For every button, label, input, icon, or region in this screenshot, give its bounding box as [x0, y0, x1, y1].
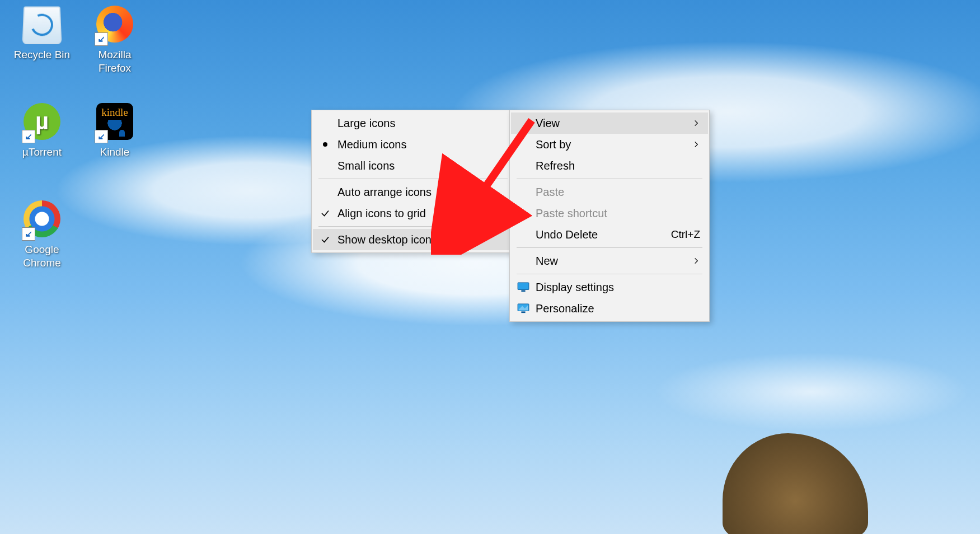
desktop-icon-chrome[interactable]: Google Chrome [11, 200, 73, 270]
menu-item-label: Display settings [536, 281, 686, 294]
desktop-icon-label: µTorrent [11, 146, 73, 159]
menu-item-display-settings[interactable]: Display settings [511, 277, 708, 298]
monitor-icon [517, 282, 529, 292]
svg-rect-1 [521, 290, 525, 292]
menu-item-label: New [536, 255, 686, 268]
context-submenu-view: Large icons Medium icons Small icons Aut… [311, 110, 515, 253]
menu-item-new[interactable]: New [511, 250, 708, 271]
menu-separator [318, 179, 508, 179]
menu-separator [517, 274, 702, 274]
desktop-icon-firefox[interactable]: Mozilla Firefox [84, 6, 146, 75]
menu-item-label: Refresh [536, 160, 686, 172]
chrome-icon [22, 200, 62, 241]
menu-item-paste: Paste [511, 181, 708, 203]
menu-item-show-desktop-icons[interactable]: Show desktop icons [313, 229, 513, 250]
shortcut-arrow-icon [95, 32, 108, 46]
svg-rect-0 [518, 283, 529, 290]
desktop-icon-label: Recycle Bin [11, 48, 73, 62]
menu-item-label: Show desktop icons [337, 233, 505, 246]
desktop-icon-utorrent[interactable]: µ µTorrent [11, 103, 73, 159]
menu-item-undo-delete[interactable]: Undo Delete Ctrl+Z [511, 224, 708, 245]
menu-item-label: Personalize [536, 302, 686, 315]
menu-item-label: View [536, 117, 686, 130]
wallpaper-rock [723, 433, 868, 534]
menu-item-label: Undo Delete [536, 228, 661, 241]
menu-item-align-to-grid[interactable]: Align icons to grid [313, 203, 513, 224]
menu-separator [318, 226, 508, 227]
desktop-icon-kindle[interactable]: kindle Kindle [84, 103, 146, 159]
desktop-icon-recycle-bin[interactable]: Recycle Bin [11, 6, 73, 62]
menu-item-sort-by[interactable]: Sort by [511, 134, 708, 155]
desktop-icon-label: Mozilla Firefox [84, 48, 146, 75]
chevron-right-icon [686, 140, 700, 148]
menu-item-large-icons[interactable]: Large icons [313, 113, 513, 134]
menu-item-paste-shortcut: Paste shortcut [511, 203, 708, 224]
chevron-right-icon [686, 119, 700, 127]
kindle-icon: kindle [95, 103, 135, 143]
personalize-icon [517, 303, 529, 313]
menu-item-refresh[interactable]: Refresh [511, 155, 708, 176]
menu-separator [517, 247, 702, 248]
menu-item-label: Auto arrange icons [337, 186, 505, 199]
checkmark-icon [320, 235, 330, 245]
checkmark-icon [320, 208, 330, 218]
utorrent-icon: µ [22, 103, 62, 143]
radio-dot-icon [323, 142, 327, 147]
desktop-icon-label: Google Chrome [11, 243, 73, 270]
chevron-right-icon [686, 257, 700, 265]
menu-item-label: Small icons [337, 160, 505, 172]
menu-item-label: Paste [536, 186, 686, 199]
menu-item-label: Sort by [536, 138, 686, 151]
menu-item-shortcut: Ctrl+Z [661, 228, 700, 241]
menu-item-label: Medium icons [337, 138, 505, 151]
desktop-context-menu: View Sort by Refresh Paste Paste shortcu… [509, 110, 710, 322]
shortcut-arrow-icon [95, 130, 108, 143]
menu-item-medium-icons[interactable]: Medium icons [313, 134, 513, 155]
svg-rect-3 [521, 311, 525, 313]
shortcut-arrow-icon [22, 227, 35, 241]
menu-item-label: Align icons to grid [337, 207, 505, 220]
menu-item-small-icons[interactable]: Small icons [313, 155, 513, 176]
desktop[interactable]: Recycle Bin Mozilla Firefox µ µTorrent [0, 0, 980, 534]
menu-separator [517, 179, 702, 179]
menu-item-label: Large icons [337, 117, 505, 130]
shortcut-arrow-icon [22, 130, 35, 143]
menu-item-view[interactable]: View [511, 113, 708, 134]
menu-item-auto-arrange[interactable]: Auto arrange icons [313, 181, 513, 203]
desktop-icon-label: Kindle [84, 146, 146, 159]
recycle-bin-icon [22, 6, 62, 46]
menu-item-label: Paste shortcut [536, 207, 686, 220]
menu-item-personalize[interactable]: Personalize [511, 298, 708, 319]
firefox-icon [95, 6, 135, 46]
